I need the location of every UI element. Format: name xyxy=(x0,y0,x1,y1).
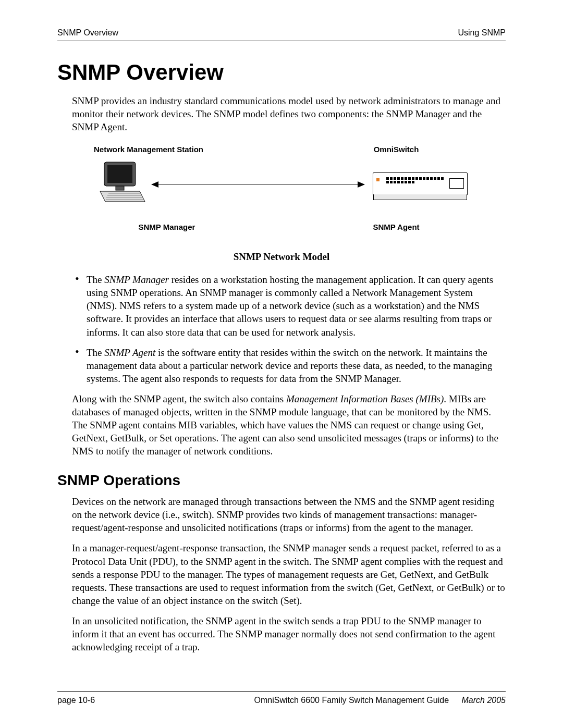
mib-paragraph: Along with the SNMP agent, the switch al… xyxy=(72,392,506,458)
diagram-caption: SNMP Network Model xyxy=(94,251,469,263)
header-right: Using SNMP xyxy=(458,28,506,38)
snmp-network-diagram: Network Management Station OmniSwitch xyxy=(57,145,506,263)
svg-rect-1 xyxy=(107,165,132,183)
diagram-label-switch: OmniSwitch xyxy=(323,145,469,154)
diagram-label-manager: SNMP Manager xyxy=(94,223,240,231)
bullet-agent: The SNMP Agent is the software entity th… xyxy=(72,346,506,385)
ops-paragraph-1: Devices on the network are managed throu… xyxy=(72,495,506,534)
workstation-icon xyxy=(94,161,151,207)
footer-date: March 2005 xyxy=(462,696,506,705)
intro-paragraph: SNMP provides an industry standard commu… xyxy=(72,94,506,133)
subheading-operations: SNMP Operations xyxy=(57,472,506,489)
footer-rule xyxy=(57,691,506,692)
header-left: SNMP Overview xyxy=(57,28,118,38)
bullet-manager: The SNMP Manager resides on a workstatio… xyxy=(72,273,506,338)
switch-icon xyxy=(365,172,469,195)
svg-rect-2 xyxy=(116,186,124,190)
diagram-label-agent: SNMP Agent xyxy=(323,223,469,231)
page-title: SNMP Overview xyxy=(57,60,506,85)
footer-guide-title: OmniSwitch 6600 Family Switch Management… xyxy=(254,696,449,705)
diagram-label-nms: Network Management Station xyxy=(94,145,240,154)
bidirectional-arrow-icon xyxy=(152,184,364,184)
ops-paragraph-3: In an unsolicited notification, the SNMP… xyxy=(72,614,506,653)
ops-paragraph-2: In a manager-request/agent-response tran… xyxy=(72,541,506,607)
footer-page-number: page 10-6 xyxy=(57,696,95,705)
header-rule xyxy=(57,41,506,41)
